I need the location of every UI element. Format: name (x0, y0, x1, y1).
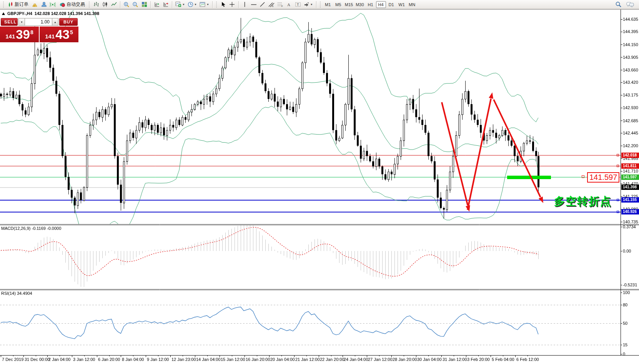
price-tick-label: 143.660 (623, 68, 638, 72)
crosshair-tool-button[interactable] (228, 1, 236, 8)
time-axis-label: 27 Jan 12:00 (368, 357, 393, 362)
periods-button[interactable]: ▼ (186, 1, 198, 8)
label-tool-button[interactable]: T (294, 1, 302, 8)
time-axis-label: 21 Jan 12:00 (295, 357, 320, 362)
price-level-badge: 141.811 (621, 163, 639, 169)
time-axis-label: 30 Jan 04:00 (417, 357, 442, 362)
symbol-collapse-icon[interactable] (2, 12, 5, 15)
sell-button[interactable]: SELL (1, 18, 18, 26)
price-tick-label: 143.420 (623, 80, 638, 85)
volume-input[interactable] (25, 18, 52, 26)
tile-windows-icon (141, 2, 147, 7)
bar-chart-mode-button[interactable] (92, 1, 100, 8)
buy-price-big: 43 (55, 28, 70, 41)
autotrade-label: 自动交易 (67, 1, 85, 8)
mt4-terminal: 新订单 自动交易 (0, 0, 639, 364)
timeframe-button-M30[interactable]: M30 (354, 1, 365, 8)
price-callout-box[interactable]: 141.597 (587, 172, 619, 183)
toolbar-separator (212, 1, 213, 8)
rsi-scale-label: 80 (623, 303, 627, 307)
symbol-title: GBPJPY-,H4 (7, 11, 32, 16)
toolbar-separator (150, 1, 151, 8)
auto-scroll-icon (154, 2, 160, 7)
search-icon (615, 1, 622, 8)
timeframe-button-W1[interactable]: W1 (397, 1, 407, 8)
search-button[interactable] (614, 1, 623, 8)
chat-button[interactable] (625, 1, 635, 8)
symbol-header: GBPJPY-,H4 142.028 142.028 141.394 141.3… (2, 11, 99, 16)
macd-pane-label: MACD(12,26,9) -0.1169 -0.0000 (1, 226, 61, 231)
timeframe-button-H1[interactable]: H1 (366, 1, 376, 8)
volume-increase-button[interactable]: ▲ (52, 18, 58, 26)
line-chart-mode-button[interactable] (110, 1, 118, 8)
market-watch-button[interactable] (31, 1, 39, 8)
toolbar-grip[interactable] (320, 2, 321, 8)
templates-button[interactable]: ▼ (198, 1, 210, 8)
price-tick-label: 142.685 (623, 118, 638, 123)
text-tool-button[interactable]: A (285, 1, 293, 8)
timeframe-button-D1[interactable]: D1 (386, 1, 396, 8)
chart-shift-icon (163, 2, 169, 7)
buy-price-sup: 5 (70, 29, 73, 35)
turning-point-annotation[interactable]: 多空转折点 (554, 194, 612, 209)
cursor-tool-button[interactable] (219, 1, 228, 8)
new-order-button[interactable]: 新订单 (6, 1, 30, 8)
zoom-in-button[interactable] (122, 1, 131, 8)
dropdown-arrow-icon: ▼ (206, 3, 209, 6)
price-tick-label: 144.635 (623, 17, 638, 22)
price-level-badge: 141.398 (621, 184, 639, 190)
zoom-in-icon (123, 2, 130, 8)
volume-decrease-button[interactable]: ▼ (18, 18, 25, 26)
candlestick-icon (102, 2, 108, 7)
time-axis-label: 31 Jan 12:00 (443, 357, 467, 362)
timeframe-button-MN[interactable]: MN (407, 1, 417, 8)
price-level-badge: 141.155 (621, 197, 639, 203)
autotrade-button[interactable]: 自动交易 (57, 1, 87, 8)
sell-price[interactable]: 141 39 8 (0, 27, 39, 42)
sell-price-prefix: 141 (5, 33, 15, 40)
chart-canvas[interactable] (0, 0, 639, 364)
timeframe-button-M5[interactable]: M5 (333, 1, 343, 8)
cursor-icon (221, 2, 226, 7)
accounts-button[interactable] (40, 1, 48, 8)
tile-windows-button[interactable] (140, 1, 148, 8)
auto-scroll-button[interactable] (153, 1, 161, 8)
toolbar-grip[interactable] (88, 2, 90, 8)
price-tick-label: 144.150 (623, 42, 638, 47)
arrows-tool-button[interactable]: ▼ (303, 1, 314, 8)
horizontal-line-tool-button[interactable] (250, 1, 258, 8)
trade-panel-prices: 141 39 8 141 43 5 (0, 27, 79, 42)
candlestick-mode-button[interactable] (101, 1, 109, 8)
time-axis-label: 6 Jan 20:00 (98, 357, 120, 362)
price-tick-label: 142.200 (623, 143, 638, 148)
line-chart-icon (111, 2, 117, 7)
indicators-button[interactable]: ▼ (174, 1, 186, 8)
time-axis-label: 24 Jan 04:00 (344, 357, 368, 362)
time-axis-label: 16 Jan 20:00 (246, 357, 270, 362)
text-icon: A (286, 2, 291, 7)
timeframe-button-M1[interactable]: M1 (323, 1, 333, 8)
channel-tool-button[interactable]: E (267, 1, 276, 8)
signals-button[interactable] (48, 1, 57, 8)
timeframe-button-H4[interactable]: H4 (376, 1, 386, 8)
vertical-line-tool-button[interactable] (241, 1, 249, 8)
trendline-tool-button[interactable] (258, 1, 267, 8)
buy-price-prefix: 141 (45, 33, 55, 40)
toolbar-grip[interactable] (216, 2, 218, 8)
sell-price-sup: 8 (30, 29, 33, 35)
arrows-shapes-icon (304, 2, 310, 7)
chart-shift-button[interactable] (161, 1, 170, 8)
toolbar-grip[interactable] (3, 2, 5, 8)
price-level-badge: 141.597 (621, 175, 639, 180)
rsi-scale-label: 0 (623, 352, 625, 356)
fibonacci-tool-button[interactable]: F (276, 1, 285, 8)
buy-price[interactable]: 141 43 5 (40, 27, 78, 42)
time-axis-label: 15 Jan 12:00 (221, 357, 245, 362)
time-axis-label: 9 Jan 12:00 (147, 357, 169, 362)
zoom-out-button[interactable] (131, 1, 140, 8)
buy-button[interactable]: BUY (59, 18, 78, 26)
price-tick-label: 142.930 (623, 105, 638, 110)
time-axis-label: 12 Jan 23:00 (171, 357, 196, 362)
timeframe-button-M15[interactable]: M15 (344, 1, 354, 8)
bar-chart-icon (93, 2, 99, 7)
